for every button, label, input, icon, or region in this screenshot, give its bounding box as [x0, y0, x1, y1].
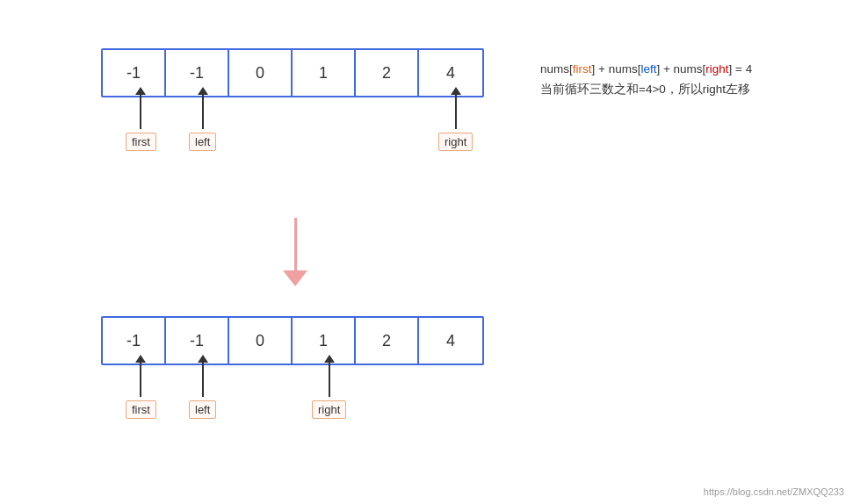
- diagram1-cell-4: 2: [356, 50, 419, 96]
- main-container: { "diagram1": { "values": ["-1", "-1", "…: [0, 0, 853, 504]
- diagram1-first-label: first: [126, 133, 156, 151]
- diagram2-cell-0: -1: [103, 318, 166, 364]
- diagram1-left-arrow: [202, 94, 204, 129]
- diagram1-pointer-left: left: [189, 94, 216, 151]
- diagram2-cell-4: 2: [356, 318, 419, 364]
- diagram2-first-arrow: [140, 362, 141, 397]
- diagram1-pointer-first: first: [126, 94, 156, 151]
- diagram1-right-label: right: [438, 133, 473, 151]
- diagram2-pointer-left: left: [189, 362, 216, 419]
- diagram1-first-arrow: [140, 94, 141, 129]
- down-arrow-head: [283, 270, 307, 286]
- diagram2-pointer-right: right: [312, 362, 346, 419]
- diagram1-cell-2: 0: [229, 50, 293, 96]
- down-arrow: [283, 218, 307, 286]
- diagram1-right-arrow: [455, 94, 457, 129]
- annotation-first-text: first: [573, 62, 592, 76]
- diagram2-pointer-first: first: [126, 362, 156, 419]
- diagram2-left-label: left: [189, 400, 216, 419]
- diagram2-cell-5: 4: [419, 318, 482, 364]
- annotation-right-text: right: [705, 62, 728, 76]
- down-arrow-body: [294, 218, 297, 270]
- diagram2-cell-2: 0: [229, 318, 293, 364]
- diagram2-first-label: first: [126, 400, 156, 419]
- annotation-plus2: ] + nums[: [656, 62, 705, 76]
- diagram1-array-row: -1 -1 0 1 2 4: [101, 48, 484, 97]
- diagram2-array-row: -1 -1 0 1 2 4: [101, 316, 484, 365]
- annotation-block: nums[first] + nums[left] + nums[right] =…: [540, 60, 752, 100]
- diagram1-array: -1 -1 0 1 2 4: [101, 48, 484, 97]
- annotation-line1: nums[first] + nums[left] + nums[right] =…: [540, 60, 752, 80]
- diagram1-pointer-right: right: [438, 94, 473, 151]
- annotation-left-text: left: [640, 62, 656, 76]
- diagram2-array: -1 -1 0 1 2 4: [101, 316, 484, 365]
- annotation-line2: 当前循环三数之和=4>0，所以right左移: [540, 80, 752, 100]
- annotation-equals: ] = 4: [729, 62, 753, 76]
- diagram1-left-label: left: [189, 133, 216, 151]
- watermark: https://blog.csdn.net/ZMXQQ233: [704, 486, 844, 497]
- diagram2-left-arrow: [202, 362, 204, 397]
- annotation-nums-text: nums[: [540, 62, 573, 76]
- diagram1-cell-3: 1: [293, 50, 356, 96]
- diagram2-right-arrow: [329, 362, 330, 397]
- diagram2-right-label: right: [312, 400, 346, 419]
- diagram1-cell-0: -1: [103, 50, 166, 96]
- annotation-plus1: ] + nums[: [592, 62, 641, 76]
